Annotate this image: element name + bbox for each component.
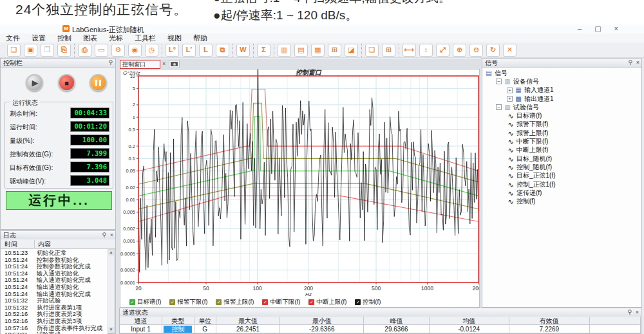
tree-item-8[interactable]: ∿中断下限(f) <box>482 137 641 145</box>
overlay-window-button[interactable]: ⧉ <box>216 44 229 57</box>
close-icon[interactable]: × <box>636 59 639 67</box>
log-row[interactable]: 10:51:23初始化正常 <box>1 249 108 256</box>
settings-gear-button[interactable]: ⚙ <box>111 44 125 57</box>
bar-chart-3-button[interactable]: ▦ <box>311 44 325 57</box>
schedule-clock-button[interactable]: ◷ <box>145 44 158 57</box>
cursor-l1-button[interactable]: L′ <box>182 44 196 57</box>
log-row[interactable]: 10:51:24输入通道初始化 <box>1 270 108 277</box>
tree-item-0[interactable]: ▤信号 <box>482 69 641 77</box>
color-scheme-button[interactable]: ◉ <box>128 44 142 57</box>
log-row[interactable]: 10:51:24输出通道初始化 <box>1 283 108 290</box>
legend-checkbox[interactable]: ✓ <box>355 299 361 305</box>
start-button[interactable]: ▶ <box>26 74 43 91</box>
log-row[interactable]: 10:57:16所有进度表事件执行完成 <box>1 324 108 331</box>
legend-checkbox[interactable]: ✓ <box>308 299 314 305</box>
snapshot-button[interactable]: ▭ <box>95 44 108 57</box>
tree-item-4[interactable]: −▥试验信号 <box>482 103 641 111</box>
legend-checkbox[interactable]: ✓ <box>169 299 175 305</box>
refresh-button[interactable]: ↻ <box>486 44 500 57</box>
pin-icon[interactable]: ⚲ <box>108 59 113 67</box>
tree-item-9[interactable]: ∿中断上限(f) <box>482 146 641 154</box>
channel-row[interactable]: Input 1控制G26.2451-29.636629.6366-0.01247… <box>120 325 641 333</box>
collapse-icon[interactable]: − <box>496 79 502 84</box>
zoom-in-button[interactable]: ⊕ <box>453 44 466 57</box>
log-time: 10:57:21 <box>1 331 37 334</box>
log-row[interactable]: 10:51:24控制参数初始化完成 <box>1 263 108 270</box>
expand-icon[interactable]: + <box>507 88 513 93</box>
log-row[interactable]: 10:51:32开始试验 <box>1 297 108 304</box>
tree-item-6[interactable]: ∿报警下限(f) <box>482 120 641 129</box>
menu-item-1[interactable]: 设置 <box>26 33 52 43</box>
menu-item-7[interactable]: 帮助 <box>187 33 213 43</box>
tree-item-1[interactable]: −▥设备信号 <box>482 77 641 86</box>
close-icon[interactable]: × <box>636 308 639 317</box>
close-button[interactable]: × <box>614 24 618 33</box>
menu-item-5[interactable]: 工具栏 <box>129 33 162 43</box>
pin-icon[interactable]: ⚲ <box>627 308 632 317</box>
zoom-out-button[interactable]: ⊖ <box>469 44 483 57</box>
col-header-7: 有效值 <box>509 317 591 325</box>
log-row[interactable]: 10:51:32执行进度表第1项 <box>1 304 108 311</box>
log-row[interactable]: 10:51:24输入通道初始化完成 <box>1 276 108 283</box>
log-row[interactable]: 10:52:16执行进度表第2项 <box>1 310 108 317</box>
legend-checkbox[interactable]: ✓ <box>262 299 268 305</box>
menu-item-0[interactable]: 文件 <box>0 33 26 43</box>
expand-icon[interactable]: + <box>507 96 513 102</box>
bar-chart-1-button[interactable]: ▥ <box>278 44 291 57</box>
print-button[interactable]: ⎙ <box>78 44 91 57</box>
open-button[interactable]: ❒ <box>41 44 54 57</box>
fit-horizontal-button[interactable]: ⟷ <box>402 44 416 57</box>
pause-button[interactable] <box>90 74 107 91</box>
tree-item-13[interactable]: ∿控制_正弦1(f) <box>482 180 641 189</box>
tree-item-3[interactable]: +▩输出通道1 <box>482 95 641 103</box>
snapshot-button[interactable] <box>169 60 180 68</box>
tab-close-icon[interactable]: × <box>162 60 166 67</box>
word-report-button[interactable]: W <box>236 44 250 57</box>
save-button[interactable]: ▣ <box>24 44 37 57</box>
log-row[interactable]: 10:51:24控制参数初始化 <box>1 256 108 263</box>
log-row[interactable]: 10:52:16执行进度表第3项 <box>1 317 108 324</box>
cursor-l2-button[interactable]: L <box>199 44 213 57</box>
tile-windows-button[interactable]: ❏ <box>365 44 379 57</box>
menu-item-2[interactable]: 控制 <box>52 33 77 43</box>
scroll-up-icon[interactable]: ▲ <box>108 250 114 255</box>
fit-diagonal-button[interactable]: ⤢ <box>436 44 450 57</box>
bar-chart-2-button[interactable]: ▤ <box>294 44 308 57</box>
log-row[interactable]: 10:51:24输出通道初始化完成 <box>1 290 108 297</box>
sum-button[interactable]: Σ <box>257 44 270 57</box>
maximize-button[interactable]: ▢ <box>594 24 601 33</box>
chart-slope-button[interactable]: ◪ <box>345 44 358 57</box>
log-scrollbar[interactable]: ▲ ▼ <box>108 249 115 333</box>
cascade-windows-button[interactable]: ⊞ <box>382 44 395 57</box>
scroll-down-icon[interactable]: ▼ <box>108 327 114 333</box>
menu-item-6[interactable]: 视图 <box>162 33 187 43</box>
export-button[interactable]: ⎘ <box>57 44 71 57</box>
tree-item-10[interactable]: ∿目标_随机(f) <box>482 154 641 163</box>
tree-item-7[interactable]: ∿报警上限(f) <box>482 129 641 137</box>
tree-item-14[interactable]: ∿逆传递(f) <box>482 189 641 197</box>
minimize-button[interactable]: – <box>578 24 582 33</box>
tree-item-11[interactable]: ∿控制_随机(f) <box>482 163 641 171</box>
new-file-button[interactable]: ❏ <box>7 44 21 57</box>
tree-item-12[interactable]: ∿目标_正弦1(f) <box>482 172 641 180</box>
menu-item-4[interactable]: 光标 <box>103 33 129 43</box>
legend-checkbox[interactable]: ✓ <box>129 299 135 305</box>
legend-checkbox[interactable]: ✓ <box>216 299 222 305</box>
cursor-l0-button[interactable]: L° <box>166 44 179 57</box>
collapse-icon[interactable]: − <box>496 104 502 110</box>
menu-item-3[interactable]: 图表 <box>77 33 103 43</box>
pin-icon[interactable]: ⚲ <box>628 59 632 67</box>
chart-grid-button[interactable]: ⊞ <box>328 44 341 57</box>
clear-button[interactable]: ✕ <box>503 44 516 57</box>
close-icon[interactable]: × <box>110 231 113 239</box>
tree-item-5[interactable]: ∿目标谱(f) <box>482 111 641 120</box>
overlay-window-icon: ⧉ <box>220 46 225 53</box>
fit-vertical-button[interactable]: ↕ <box>419 44 433 57</box>
stop-button[interactable]: ■ <box>58 74 75 91</box>
control-spectrum-chart[interactable]: 105210.50.20.10.050.020.010.0050.0020.00… <box>120 70 479 296</box>
legend-label: 报警下限(f) <box>177 298 207 306</box>
pin-icon[interactable]: ⚲ <box>102 231 106 239</box>
tree-item-15[interactable]: ∿控制(f) <box>482 197 641 205</box>
tree-item-2[interactable]: +▦输入通道1 <box>482 86 641 95</box>
tab-control-window[interactable]: 控制窗口 <box>120 60 160 69</box>
